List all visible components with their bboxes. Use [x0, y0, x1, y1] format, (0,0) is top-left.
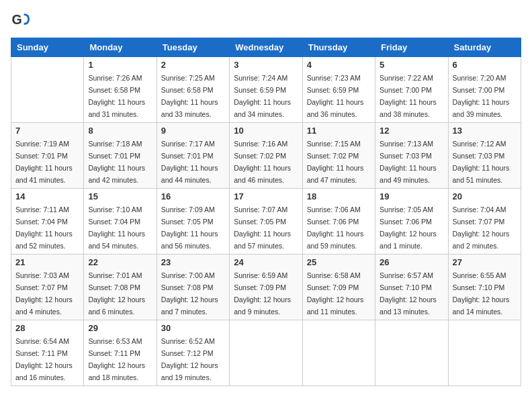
week-row-5: 28Sunrise: 6:54 AM Sunset: 7:11 PM Dayli…: [11, 320, 521, 386]
day-number: 11: [307, 126, 371, 136]
header-row: SundayMondayTuesdayWednesdayThursdayFrid…: [11, 38, 521, 57]
day-cell: 4Sunrise: 7:23 AM Sunset: 6:59 PM Daylig…: [302, 57, 375, 123]
day-info: Sunrise: 7:04 AM Sunset: 7:07 PM Dayligh…: [453, 205, 510, 250]
day-cell: 27Sunrise: 6:55 AM Sunset: 7:10 PM Dayli…: [448, 255, 521, 320]
day-cell: 30Sunrise: 6:52 AM Sunset: 7:12 PM Dayli…: [157, 320, 229, 386]
day-info: Sunrise: 7:16 AM Sunset: 7:02 PM Dayligh…: [234, 140, 291, 184]
calendar-table: SundayMondayTuesdayWednesdayThursdayFrid…: [11, 38, 521, 386]
page-header: G: [11, 11, 521, 30]
day-info: Sunrise: 7:10 AM Sunset: 7:04 PM Dayligh…: [88, 205, 145, 250]
day-number: 5: [380, 60, 443, 70]
day-number: 15: [88, 191, 152, 201]
day-info: Sunrise: 7:17 AM Sunset: 7:01 PM Dayligh…: [161, 140, 218, 184]
day-info: Sunrise: 7:18 AM Sunset: 7:01 PM Dayligh…: [88, 140, 145, 184]
day-number: 28: [15, 323, 79, 333]
day-number: 1: [88, 60, 152, 70]
header-cell-thursday: Thursday: [302, 38, 375, 57]
day-cell: 14Sunrise: 7:11 AM Sunset: 7:04 PM Dayli…: [11, 189, 84, 255]
day-cell: 25Sunrise: 6:58 AM Sunset: 7:09 PM Dayli…: [302, 255, 375, 320]
day-cell: 29Sunrise: 6:53 AM Sunset: 7:11 PM Dayli…: [84, 320, 157, 386]
day-cell: 1Sunrise: 7:26 AM Sunset: 6:58 PM Daylig…: [84, 57, 157, 123]
day-cell: 16Sunrise: 7:09 AM Sunset: 7:05 PM Dayli…: [157, 189, 229, 255]
day-number: 17: [234, 191, 298, 201]
day-number: 9: [161, 126, 225, 136]
day-number: 13: [453, 126, 517, 136]
day-info: Sunrise: 7:01 AM Sunset: 7:08 PM Dayligh…: [88, 271, 145, 316]
day-info: Sunrise: 6:59 AM Sunset: 7:09 PM Dayligh…: [234, 271, 291, 316]
day-info: Sunrise: 7:05 AM Sunset: 7:06 PM Dayligh…: [380, 205, 437, 250]
day-number: 19: [380, 191, 443, 201]
week-row-4: 21Sunrise: 7:03 AM Sunset: 7:07 PM Dayli…: [11, 255, 521, 320]
day-number: 29: [88, 323, 152, 333]
day-info: Sunrise: 7:03 AM Sunset: 7:07 PM Dayligh…: [15, 271, 73, 316]
day-cell: [230, 320, 302, 386]
day-info: Sunrise: 7:26 AM Sunset: 6:58 PM Dayligh…: [88, 74, 145, 118]
day-cell: 3Sunrise: 7:24 AM Sunset: 6:59 PM Daylig…: [230, 57, 302, 123]
svg-text:G: G: [11, 12, 21, 27]
logo-icon: G: [11, 11, 30, 30]
week-row-2: 7Sunrise: 7:19 AM Sunset: 7:01 PM Daylig…: [11, 123, 521, 189]
day-cell: 19Sunrise: 7:05 AM Sunset: 7:06 PM Dayli…: [375, 189, 448, 255]
day-cell: 28Sunrise: 6:54 AM Sunset: 7:11 PM Dayli…: [11, 320, 84, 386]
day-info: Sunrise: 6:52 AM Sunset: 7:12 PM Dayligh…: [161, 337, 218, 381]
day-cell: 11Sunrise: 7:15 AM Sunset: 7:02 PM Dayli…: [302, 123, 375, 189]
day-cell: 26Sunrise: 6:57 AM Sunset: 7:10 PM Dayli…: [375, 255, 448, 320]
day-info: Sunrise: 7:25 AM Sunset: 6:58 PM Dayligh…: [161, 74, 218, 118]
day-info: Sunrise: 7:19 AM Sunset: 7:01 PM Dayligh…: [15, 140, 73, 184]
day-cell: 2Sunrise: 7:25 AM Sunset: 6:58 PM Daylig…: [157, 57, 229, 123]
day-info: Sunrise: 7:23 AM Sunset: 6:59 PM Dayligh…: [307, 74, 364, 118]
day-cell: [448, 320, 521, 386]
day-info: Sunrise: 7:13 AM Sunset: 7:03 PM Dayligh…: [380, 140, 437, 184]
day-number: 21: [15, 257, 79, 267]
header-cell-tuesday: Tuesday: [157, 38, 229, 57]
day-info: Sunrise: 7:11 AM Sunset: 7:04 PM Dayligh…: [15, 205, 73, 250]
day-info: Sunrise: 7:24 AM Sunset: 6:59 PM Dayligh…: [234, 74, 291, 118]
calendar-body: 1Sunrise: 7:26 AM Sunset: 6:58 PM Daylig…: [11, 57, 521, 386]
week-row-3: 14Sunrise: 7:11 AM Sunset: 7:04 PM Dayli…: [11, 189, 521, 255]
day-cell: 18Sunrise: 7:06 AM Sunset: 7:06 PM Dayli…: [302, 189, 375, 255]
day-cell: 24Sunrise: 6:59 AM Sunset: 7:09 PM Dayli…: [230, 255, 302, 320]
day-cell: 22Sunrise: 7:01 AM Sunset: 7:08 PM Dayli…: [84, 255, 157, 320]
day-info: Sunrise: 7:20 AM Sunset: 7:00 PM Dayligh…: [453, 74, 510, 118]
logo: G: [11, 11, 32, 30]
day-cell: 13Sunrise: 7:12 AM Sunset: 7:03 PM Dayli…: [448, 123, 521, 189]
day-info: Sunrise: 6:53 AM Sunset: 7:11 PM Dayligh…: [88, 337, 145, 381]
day-number: 14: [15, 191, 79, 201]
day-cell: 6Sunrise: 7:20 AM Sunset: 7:00 PM Daylig…: [448, 57, 521, 123]
day-info: Sunrise: 6:54 AM Sunset: 7:11 PM Dayligh…: [15, 337, 73, 381]
day-number: 12: [380, 126, 443, 136]
day-info: Sunrise: 7:12 AM Sunset: 7:03 PM Dayligh…: [453, 140, 510, 184]
day-number: 2: [161, 60, 225, 70]
day-number: 7: [15, 126, 79, 136]
day-number: 16: [161, 191, 225, 201]
day-cell: [375, 320, 448, 386]
day-cell: [11, 57, 84, 123]
day-info: Sunrise: 6:58 AM Sunset: 7:09 PM Dayligh…: [307, 271, 364, 316]
day-number: 30: [161, 323, 225, 333]
header-cell-sunday: Sunday: [11, 38, 84, 57]
day-info: Sunrise: 6:55 AM Sunset: 7:10 PM Dayligh…: [453, 271, 510, 316]
day-info: Sunrise: 7:22 AM Sunset: 7:00 PM Dayligh…: [380, 74, 437, 118]
day-cell: 15Sunrise: 7:10 AM Sunset: 7:04 PM Dayli…: [84, 189, 157, 255]
header-cell-wednesday: Wednesday: [230, 38, 302, 57]
day-number: 25: [307, 257, 371, 267]
day-cell: 8Sunrise: 7:18 AM Sunset: 7:01 PM Daylig…: [84, 123, 157, 189]
day-info: Sunrise: 7:07 AM Sunset: 7:05 PM Dayligh…: [234, 205, 291, 250]
day-cell: 23Sunrise: 7:00 AM Sunset: 7:08 PM Dayli…: [157, 255, 229, 320]
day-number: 26: [380, 257, 443, 267]
day-number: 24: [234, 257, 298, 267]
day-number: 18: [307, 191, 371, 201]
day-number: 6: [453, 60, 517, 70]
header-cell-saturday: Saturday: [448, 38, 521, 57]
day-number: 10: [234, 126, 298, 136]
calendar-header: SundayMondayTuesdayWednesdayThursdayFrid…: [11, 38, 521, 57]
day-cell: 17Sunrise: 7:07 AM Sunset: 7:05 PM Dayli…: [230, 189, 302, 255]
day-number: 27: [453, 257, 517, 267]
week-row-1: 1Sunrise: 7:26 AM Sunset: 6:58 PM Daylig…: [11, 57, 521, 123]
day-number: 4: [307, 60, 371, 70]
day-number: 3: [234, 60, 298, 70]
day-cell: 7Sunrise: 7:19 AM Sunset: 7:01 PM Daylig…: [11, 123, 84, 189]
day-cell: 12Sunrise: 7:13 AM Sunset: 7:03 PM Dayli…: [375, 123, 448, 189]
header-cell-monday: Monday: [84, 38, 157, 57]
day-cell: 9Sunrise: 7:17 AM Sunset: 7:01 PM Daylig…: [157, 123, 229, 189]
